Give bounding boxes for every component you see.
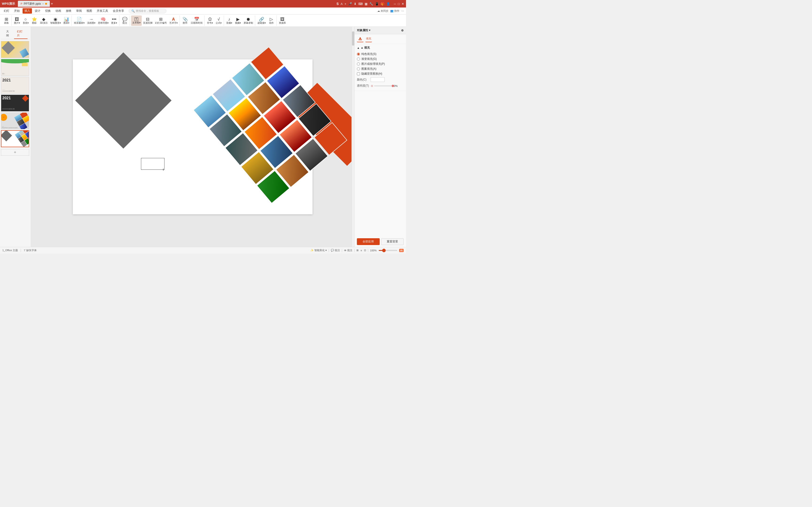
menu-transition[interactable]: 切换	[43, 8, 53, 14]
fill-pattern-radio[interactable]	[357, 67, 360, 70]
fill-picture-option[interactable]: 图片或纹理填充(P)	[357, 61, 404, 66]
mindmap-btn[interactable]: 🧠 思维导图▾	[97, 15, 110, 26]
attach-btn[interactable]: 📎 附件	[181, 15, 189, 26]
ai-btn[interactable]: Ai	[399, 249, 404, 252]
menu-view[interactable]: 视图	[85, 8, 94, 14]
smart-beauty-btn[interactable]: ✨ 智能美化 ▾	[310, 248, 327, 252]
menu-dev[interactable]: 开发工具	[95, 8, 110, 14]
color-picker-box[interactable]	[370, 77, 385, 82]
fill-solid-option[interactable]: 纯色填充(S)	[357, 52, 404, 57]
chart-btn[interactable]: 📊 图表▾	[62, 15, 71, 26]
audio-btn[interactable]: ♪ 音频▾	[225, 15, 234, 26]
menu-home[interactable]: 开始	[12, 8, 21, 14]
close-icon[interactable]: ✕	[402, 2, 404, 6]
slider-thumb[interactable]	[392, 85, 394, 87]
symbol-btn[interactable]: Ω 符号▾	[206, 15, 214, 26]
mic-icon[interactable]: 🎤	[348, 2, 352, 6]
menu-more-icon[interactable]: ⋯	[401, 9, 404, 13]
fill-gradient-option[interactable]: 渐变填充(G)	[357, 57, 404, 61]
more-btn[interactable]: ••• 更多▾	[110, 15, 118, 26]
record-btn[interactable]: ⏺ 屏幕录制	[243, 15, 254, 26]
fill-icon-btn[interactable]	[357, 36, 363, 42]
menu-file[interactable]: 幻灯	[2, 8, 11, 14]
textbox-btn[interactable]: T 文本框▾	[131, 15, 142, 26]
icon-btn[interactable]: ⭐ 图标	[30, 15, 39, 26]
text-box[interactable]	[141, 158, 164, 170]
comment-status-btn[interactable]: 💬 批注	[331, 248, 340, 252]
mobile-icon[interactable]: 📱	[375, 2, 379, 6]
diamond-shape[interactable]	[75, 52, 171, 149]
comment-btn[interactable]: 💬 批注	[120, 15, 129, 26]
arttext-btn[interactable]: A 艺术字▾	[168, 15, 179, 26]
paper-btn[interactable]: 📄 纸张素材▾	[73, 15, 86, 26]
tab-close-btn[interactable]: ×	[42, 3, 44, 5]
formula-btn[interactable]: √ 公式▾	[214, 15, 223, 26]
photo-grid-container[interactable]	[193, 47, 347, 204]
reset-bg-btn[interactable]: 重置背景	[381, 238, 404, 245]
menu-insert[interactable]: 插入	[22, 8, 32, 14]
zoom-slider[interactable]	[378, 250, 397, 251]
download-icon[interactable]: ⬇	[354, 2, 356, 6]
dashboard-icon[interactable]: ▦	[365, 2, 367, 6]
sync-btn[interactable]: ☁ 未同步	[377, 9, 388, 13]
shape-btn[interactable]: ○ 形状▾	[21, 15, 30, 26]
missing-font[interactable]: 𝓣 缺失字体	[24, 248, 37, 252]
gift-icon[interactable]: 🎁	[380, 2, 385, 6]
opacity-decrease-icon[interactable]: ⊖	[371, 84, 373, 88]
hyperlink-btn[interactable]: 🔗 超链接▾	[256, 15, 267, 26]
review-status-btn[interactable]: 👁 批注	[344, 248, 352, 252]
resource-btn[interactable]: 🖼 资源库	[278, 15, 287, 26]
smartart-btn[interactable]: ◉ 智能图形▾	[49, 15, 62, 26]
view-grid-btn[interactable]: ⊡	[364, 249, 366, 252]
fill-hide-bg-option[interactable]: 隐藏背景图形(H)	[357, 71, 404, 76]
tab-outline[interactable]: 大纲	[3, 29, 14, 39]
keyboard-icon[interactable]: ⌨	[358, 2, 363, 6]
apply-all-btn[interactable]: 全部应用	[357, 238, 380, 245]
slide-number-btn[interactable]: ⊞ 幻灯片编号	[154, 15, 168, 26]
opacity-slider[interactable]	[374, 86, 393, 87]
tools-icon[interactable]: 🔧	[369, 2, 373, 6]
3d-btn[interactable]: ◆ 3D演示	[39, 15, 49, 26]
slide-4[interactable]: 2021 XXXXXXX总结汇报	[1, 95, 29, 111]
header-footer-btn[interactable]: ⊟ 页眉页脚	[142, 15, 154, 26]
new-tab-btn[interactable]: +	[51, 2, 53, 6]
view-normal-btn[interactable]: ⊞	[356, 249, 359, 252]
font-icon[interactable]: A	[341, 2, 343, 6]
table-btn[interactable]: ⊞ 表格	[2, 15, 11, 26]
search-area[interactable]: 🔍 查找命令，搜索模板	[129, 8, 376, 13]
slide-5[interactable]: PowerPoint standard template 2018 📍	[1, 112, 29, 129]
maximize-icon[interactable]: □	[398, 2, 400, 6]
flowchart-btn[interactable]: → 流程图▾	[86, 15, 97, 26]
video-btn[interactable]: ▶ 视频▾	[234, 15, 242, 26]
menu-animation[interactable]: 动画	[54, 8, 63, 14]
add-slide-btn[interactable]: +	[1, 149, 29, 156]
minimize-icon[interactable]: ─	[394, 2, 396, 6]
datetime-btn[interactable]: 📅 日期和时间	[190, 15, 204, 26]
fill-pattern-option[interactable]: 图案填充(A)	[357, 66, 404, 71]
action-btn[interactable]: ▷ 动作	[267, 15, 275, 26]
image-btn[interactable]: 🖼 图片▾	[13, 15, 21, 26]
view-list-btn[interactable]: ≡	[360, 249, 362, 252]
tab-item[interactable]: P PPT课件.pptx ×	[18, 1, 50, 7]
slide-2[interactable]: 图二	[1, 59, 29, 76]
tab-slides[interactable]: 幻灯片	[14, 29, 28, 39]
slide-1[interactable]	[1, 41, 29, 58]
menu-vip[interactable]: 会员专享	[111, 8, 126, 14]
menu-design[interactable]: 设计	[33, 8, 42, 14]
fill-solid-radio[interactable]	[357, 53, 360, 56]
user-icon[interactable]: 👤	[386, 2, 390, 6]
menu-review[interactable]: 审阅	[74, 8, 84, 14]
panel-settings-icon[interactable]: ⚙	[401, 29, 404, 32]
slide-3[interactable]: 2021 XXXXXXX总结汇报 ——	[1, 77, 29, 94]
slide-6[interactable]	[1, 130, 29, 147]
canvas-area[interactable]: +	[31, 27, 354, 247]
scrollbar-thumb[interactable]	[352, 32, 354, 46]
vertical-scrollbar[interactable]	[352, 27, 354, 247]
collab-btn[interactable]: 👥 协作	[390, 9, 399, 13]
fill-hide-bg-checkbox[interactable]	[357, 72, 360, 75]
fill-picture-radio[interactable]	[357, 62, 360, 65]
flowchart-label: 流程图▾	[87, 22, 95, 24]
menu-slideshow[interactable]: 放映	[64, 8, 73, 14]
fill-gradient-radio[interactable]	[357, 58, 360, 61]
plus-icon[interactable]: +	[345, 2, 346, 6]
